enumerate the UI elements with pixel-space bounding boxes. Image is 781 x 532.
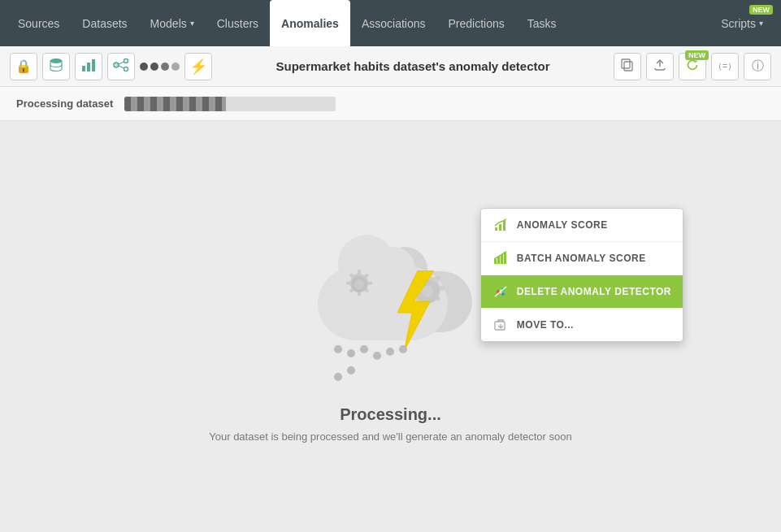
svg-point-5 (124, 59, 128, 63)
nav-sources[interactable]: Sources (7, 0, 71, 46)
nav-models[interactable]: Models ▾ (139, 0, 206, 46)
dataset-button[interactable] (42, 53, 70, 80)
move-icon (492, 317, 509, 333)
svg-point-0 (50, 59, 62, 63)
lightning-icon: ⚡ (189, 58, 207, 76)
upload-button[interactable] (646, 53, 674, 80)
page-title: Supermarket habits dataset's anomaly det… (217, 59, 609, 73)
info-button[interactable]: ⓘ (744, 53, 771, 80)
nav-associations[interactable]: Associations (350, 0, 437, 46)
more-icon: （=） (714, 60, 736, 72)
progress-label: Processing dataset (16, 97, 113, 110)
nav-clusters[interactable]: Clusters (206, 0, 270, 46)
refresh-icon (686, 58, 699, 74)
rain-drops (334, 345, 415, 381)
svg-rect-2 (87, 63, 90, 71)
chart-button[interactable] (75, 53, 102, 80)
svg-rect-3 (92, 59, 95, 71)
lock-icon: 🔒 (15, 58, 32, 74)
gear-small-icon (338, 263, 379, 304)
svg-rect-11 (622, 59, 630, 68)
svg-rect-17 (494, 259, 497, 264)
dropdown-batch-anomaly-score[interactable]: BATCH ANOMALY SCORE (481, 242, 683, 275)
processing-illustration (302, 210, 480, 389)
svg-rect-1 (82, 66, 85, 71)
dropdown-menu: ANOMALY SCORE BATCH ANOMALY SCORE (480, 208, 683, 342)
toolbar: 🔒 3N (0, 46, 781, 87)
svg-rect-14 (495, 227, 497, 231)
svg-point-24 (501, 292, 505, 296)
progress-fill (124, 97, 226, 111)
refresh-new-badge: NEW (685, 50, 709, 60)
nav-tasks[interactable]: Tasks (516, 0, 568, 46)
dropdown-move-to[interactable]: MOVE TO... (481, 309, 683, 341)
svg-rect-28 (495, 322, 505, 330)
more-button[interactable]: （=） (711, 53, 739, 80)
main-content: Processing... Your dataset is being proc… (0, 121, 781, 532)
progress-section: Processing dataset (0, 87, 781, 121)
scripts-button[interactable]: Scripts ▾ NEW (709, 0, 774, 46)
lightning-bolt-icon (389, 270, 434, 355)
info-icon: ⓘ (752, 58, 764, 74)
scripts-new-badge: NEW (749, 5, 773, 15)
dropdown-anomaly-score[interactable]: ANOMALY SCORE (481, 209, 683, 242)
chevron-down-icon: ▾ (759, 19, 763, 28)
nav-predictions[interactable]: Predictions (437, 0, 516, 46)
batch-score-icon (492, 250, 509, 266)
svg-rect-15 (499, 224, 501, 231)
status-dots (140, 63, 180, 71)
dataset-icon (49, 58, 63, 75)
delete-icon (492, 283, 509, 300)
svg-text:3N: 3N (115, 63, 120, 67)
svg-rect-18 (497, 257, 500, 264)
progress-bar (124, 97, 336, 111)
navbar: Sources Datasets Models ▾ Clusters Anoma… (0, 0, 781, 46)
chart-icon (81, 58, 96, 75)
svg-marker-13 (397, 270, 434, 352)
upload-icon (653, 58, 666, 74)
copy-icon (621, 58, 634, 74)
svg-point-6 (124, 67, 128, 71)
lock-button[interactable]: 🔒 (10, 53, 37, 80)
refresh-button[interactable]: NEW (679, 53, 706, 80)
status-title: Processing... (340, 405, 441, 424)
anomaly-score-icon (492, 217, 509, 233)
status-subtitle: Your dataset is being processed and we'l… (209, 430, 571, 443)
svg-rect-16 (503, 221, 505, 231)
model-button[interactable]: 3N (107, 53, 135, 80)
model-icon: 3N (113, 58, 129, 75)
chevron-down-icon: ▾ (190, 19, 194, 28)
copy-button[interactable] (614, 53, 641, 80)
dropdown-delete-anomaly-detector[interactable]: DELETE ANOMALY DETECTOR (481, 275, 683, 309)
lightning-button[interactable]: ⚡ (184, 53, 212, 80)
nav-datasets[interactable]: Datasets (71, 0, 138, 46)
nav-anomalies[interactable]: Anomalies (270, 0, 350, 46)
svg-rect-10 (624, 62, 632, 71)
